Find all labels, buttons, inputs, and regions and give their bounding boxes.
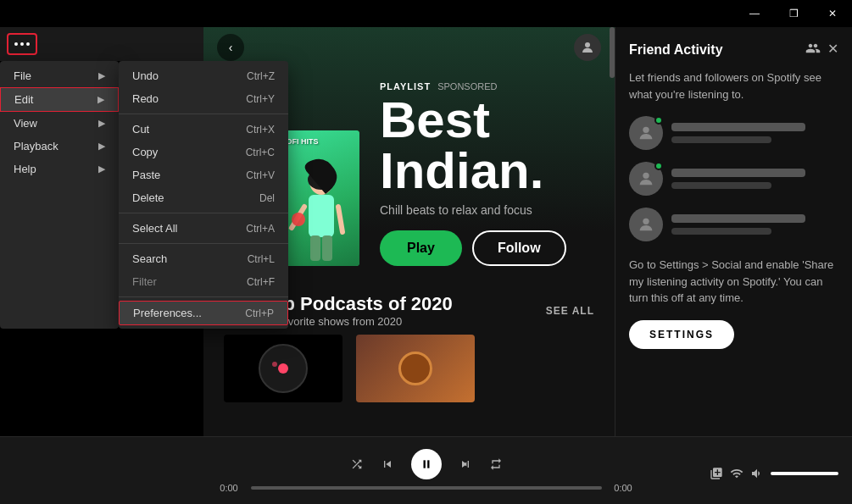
main-dropdown-menu: File ▶ Edit ▶ View ▶ Playback ▶ [0, 61, 119, 329]
svg-rect-15 [423, 460, 425, 468]
svg-point-0 [585, 42, 590, 47]
friend-info-2 [671, 169, 838, 189]
friend-avatar-3 [629, 208, 663, 241]
close-button[interactable]: ✕ [813, 0, 852, 27]
back-button[interactable]: ‹ [217, 34, 244, 61]
settings-button[interactable]: SETTINGS [629, 320, 734, 349]
arrow-icon: ▶ [98, 163, 105, 174]
arrow-icon: ▶ [97, 94, 104, 105]
submenu-paste[interactable]: Paste Ctrl+V [119, 163, 288, 186]
menu-item-help[interactable]: Help ▶ [0, 158, 119, 180]
shuffle-button[interactable] [350, 457, 364, 471]
friend-track-bar-3 [671, 228, 771, 235]
next-button[interactable] [459, 457, 472, 471]
podcast-cards [224, 335, 594, 402]
menu-item-file[interactable]: File ▶ [0, 64, 119, 87]
podcast-thumbnail-1 [258, 343, 309, 394]
friend-activity-panel: Friend Activity ✕ Let friends and follow… [615, 27, 852, 436]
progress-bar[interactable] [251, 486, 602, 490]
submenu-copy[interactable]: Copy Ctrl+C [119, 141, 288, 163]
follow-button[interactable]: Follow [472, 230, 566, 266]
playback-bar: 0:00 0:00 [0, 436, 852, 504]
submenu-delete[interactable]: Delete Del [119, 186, 288, 209]
svg-line-5 [338, 207, 342, 232]
podcast-card-2[interactable] [356, 335, 475, 402]
arrow-icon: ▶ [98, 70, 105, 81]
menu-dots-button[interactable] [7, 33, 37, 55]
scroll-thumb[interactable] [610, 27, 615, 78]
total-time: 0:00 [609, 483, 638, 493]
playlist-info: PLAYLIST SPONSORED Best Indian. Chill be… [380, 81, 594, 266]
previous-button[interactable] [381, 457, 394, 471]
current-time: 0:00 [214, 483, 244, 493]
friend-name-bar-2 [671, 169, 805, 177]
submenu-select-all[interactable]: Select All Ctrl+A [119, 217, 288, 240]
friend-info-1 [671, 123, 838, 143]
friend-activity-icons: ✕ [805, 41, 838, 59]
friend-item-2 [629, 162, 838, 196]
friend-activity-instruction: Go to Settings > Social and enable 'Shar… [629, 257, 838, 307]
submenu-redo[interactable]: Redo Ctrl+Y [119, 87, 288, 110]
submenu-separator-4 [119, 296, 288, 297]
arrow-icon: ▶ [98, 118, 105, 129]
play-button[interactable]: Play [380, 230, 462, 266]
svg-point-12 [643, 127, 649, 133]
scroll-track[interactable] [610, 27, 615, 436]
friend-activity-header: Friend Activity ✕ [629, 41, 838, 59]
menu-item-playback[interactable]: Playback ▶ [0, 135, 119, 158]
svg-point-11 [272, 362, 277, 367]
friend-item-1 [629, 116, 838, 150]
menu-bar [0, 27, 203, 61]
friend-avatar-icon-1 [637, 124, 655, 142]
friend-activity-description: Let friends and followers on Spotify see… [629, 69, 838, 102]
svg-point-8 [292, 213, 305, 226]
podcast-card-1[interactable] [224, 335, 342, 402]
playlist-actions: Play Follow [380, 230, 594, 266]
progress-container: 0:00 0:00 [214, 483, 638, 493]
title-bar-controls: — ❒ ✕ [735, 0, 852, 27]
arrow-icon: ▶ [98, 141, 105, 152]
friend-avatar-2 [629, 162, 663, 196]
online-indicator-1 [654, 116, 663, 125]
queue-icon[interactable] [710, 467, 723, 480]
submenu-undo[interactable]: Undo Ctrl+Z [119, 64, 288, 87]
friend-name-bar-3 [671, 214, 805, 223]
friend-name-bar-1 [671, 123, 805, 131]
add-friend-icon[interactable] [805, 41, 821, 59]
friend-avatar-1 [629, 116, 663, 150]
submenu-search[interactable]: Search Ctrl+L [119, 247, 288, 270]
sponsored-label: SPONSORED [437, 81, 497, 91]
submenu-preferences[interactable]: Preferences... Ctrl+P [119, 301, 288, 325]
svg-rect-2 [309, 195, 334, 237]
online-indicator-2 [654, 162, 663, 170]
submenu-cut[interactable]: Cut Ctrl+X [119, 118, 288, 141]
dropdown-overlay: File ▶ Edit ▶ View ▶ Playback ▶ [0, 61, 288, 329]
play-pause-button[interactable] [411, 449, 442, 479]
repeat-button[interactable] [489, 457, 503, 471]
minimize-button[interactable]: — [735, 0, 774, 27]
dot-1 [14, 42, 18, 46]
friend-track-bar-2 [671, 182, 771, 189]
devices-icon[interactable] [730, 467, 743, 480]
volume-icon[interactable] [750, 467, 764, 480]
submenu-separator-1 [119, 114, 288, 114]
submenu-separator-3 [119, 243, 288, 244]
menu-item-edit[interactable]: Edit ▶ [0, 87, 119, 112]
app-container: File ▶ Edit ▶ View ▶ Playback ▶ [0, 27, 852, 504]
maximize-button[interactable]: ❒ [774, 0, 813, 27]
see-all-button[interactable]: SEE ALL [546, 305, 594, 317]
friend-info-3 [671, 214, 838, 235]
playlist-title: Best Indian. [380, 95, 594, 197]
submenu-filter: Filter Ctrl+F [119, 270, 288, 293]
title-bar: — ❒ ✕ [0, 0, 852, 27]
dot-2 [20, 42, 24, 46]
playlist-type-label: PLAYLIST [380, 81, 431, 91]
user-button[interactable] [574, 34, 601, 61]
menu-item-view[interactable]: View ▶ [0, 112, 119, 135]
edit-submenu: Undo Ctrl+Z Redo Ctrl+Y Cut Ctrl+X Copy [119, 61, 288, 329]
right-controls [710, 467, 838, 480]
volume-bar[interactable] [771, 472, 838, 475]
svg-point-10 [278, 363, 288, 374]
close-friend-activity-icon[interactable]: ✕ [827, 41, 838, 59]
friend-avatar-icon-2 [637, 169, 655, 188]
